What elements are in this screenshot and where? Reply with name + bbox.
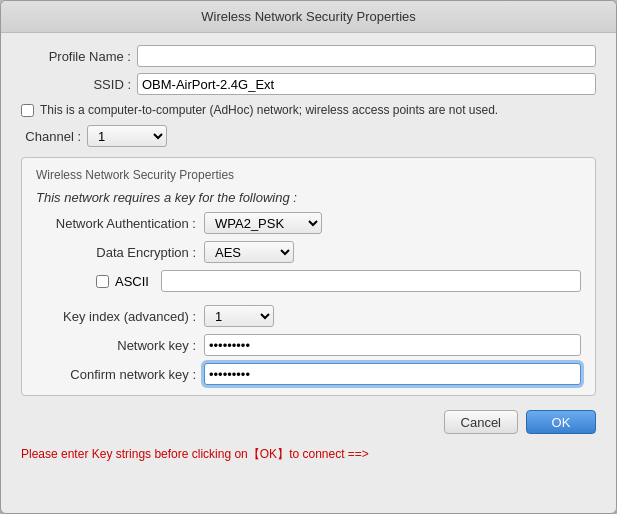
adhoc-row: This is a computer-to-computer (AdHoc) n… [21, 101, 596, 119]
channel-row: Channel : 1234 5678 91011 [21, 125, 596, 147]
confirm-key-label: Confirm network key : [36, 367, 196, 382]
title-bar: Wireless Network Security Properties [1, 1, 616, 33]
profile-name-label: Profile Name : [21, 49, 131, 64]
network-key-input[interactable] [204, 334, 581, 356]
key-index-label: Key index (advanced) : [36, 309, 196, 324]
network-key-row: Network key : [36, 334, 581, 356]
window-title: Wireless Network Security Properties [201, 9, 416, 24]
ascii-row: ASCII [36, 270, 581, 292]
buttons-row: Cancel OK [21, 402, 596, 438]
requires-key-row: This network requires a key for the foll… [36, 190, 581, 205]
confirm-key-row: Confirm network key : [36, 363, 581, 385]
ssid-label: SSID : [21, 77, 131, 92]
security-group-title: Wireless Network Security Properties [36, 168, 581, 182]
ascii-input[interactable] [161, 270, 581, 292]
ascii-checkbox[interactable] [96, 275, 109, 288]
adhoc-label: This is a computer-to-computer (AdHoc) n… [40, 103, 498, 117]
content-area: Profile Name : SSID : This is a computer… [1, 33, 616, 513]
cancel-button[interactable]: Cancel [444, 410, 518, 434]
ascii-label: ASCII [115, 274, 155, 289]
data-encryption-select[interactable]: AES TKIP WEP None [204, 241, 294, 263]
requires-key-text: This network requires a key for the foll… [36, 190, 297, 205]
channel-label: Channel : [21, 129, 81, 144]
key-index-row: Key index (advanced) : 1234 [36, 305, 581, 327]
main-window: Wireless Network Security Properties Pro… [0, 0, 617, 514]
adhoc-checkbox[interactable] [21, 104, 34, 117]
data-encryption-label: Data Encryption : [36, 245, 196, 260]
security-group: Wireless Network Security Properties Thi… [21, 157, 596, 396]
confirm-key-input[interactable] [204, 363, 581, 385]
data-encryption-row: Data Encryption : AES TKIP WEP None [36, 241, 581, 263]
profile-name-row: Profile Name : [21, 45, 596, 67]
ssid-input[interactable] [137, 73, 596, 95]
profile-name-input[interactable] [137, 45, 596, 67]
key-index-select[interactable]: 1234 [204, 305, 274, 327]
network-auth-row: Network Authentication : WPA2_PSK WPA_PS… [36, 212, 581, 234]
ok-button[interactable]: OK [526, 410, 596, 434]
ssid-row: SSID : [21, 73, 596, 95]
status-text: Please enter Key strings before clicking… [21, 444, 596, 467]
network-auth-select[interactable]: WPA2_PSK WPA_PSK Open Shared [204, 212, 322, 234]
channel-select[interactable]: 1234 5678 91011 [87, 125, 167, 147]
security-inner-form: This network requires a key for the foll… [36, 190, 581, 385]
network-auth-label: Network Authentication : [36, 216, 196, 231]
network-key-label: Network key : [36, 338, 196, 353]
